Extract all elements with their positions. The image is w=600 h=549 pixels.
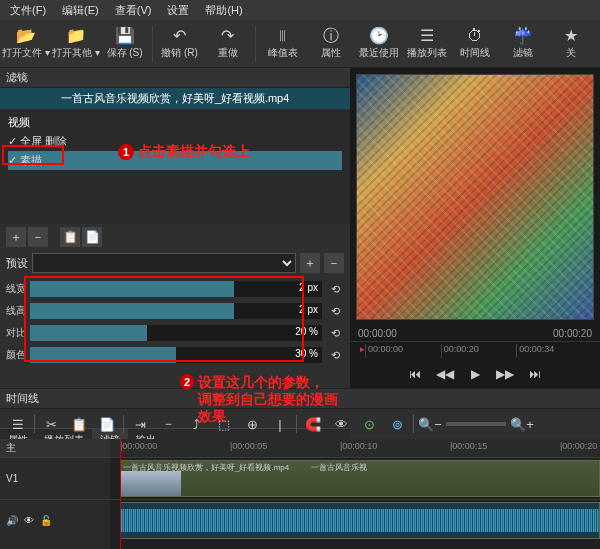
preset-label: 预设 — [6, 256, 28, 271]
properties-button[interactable]: ⓘ属性 — [308, 22, 354, 66]
cut-button[interactable]: ✂ — [39, 413, 63, 435]
save-icon: 💾 — [115, 28, 135, 44]
recent-button[interactable]: 🕑最近使用 — [356, 22, 402, 66]
preset-remove-button[interactable]: － — [324, 253, 344, 273]
annotation-1: 1 点击素描并勾选上 — [118, 143, 250, 161]
open-file-button[interactable]: 📂打开文件 ▾ — [2, 22, 50, 66]
audio-track-lane[interactable] — [110, 499, 600, 541]
add-filter-button[interactable]: ＋ — [6, 227, 26, 247]
zoom-slider[interactable] — [446, 422, 506, 426]
remove-filter-button[interactable]: － — [28, 227, 48, 247]
time-total: 00:00:20 — [553, 328, 592, 339]
menu-view[interactable]: 查看(V) — [109, 1, 158, 20]
preset-row: 预设 ＋ － — [0, 250, 350, 276]
skip-end-button[interactable]: ⏭ — [523, 364, 547, 384]
preview-scale[interactable]: ▸ 00:00:00 00:00:20 00:00:34 — [350, 341, 600, 360]
timeline-button[interactable]: ⏱时间线 — [452, 22, 498, 66]
annotation-line — [121, 460, 599, 462]
copy-filter-button[interactable]: 📋 — [60, 227, 80, 247]
scrub-button[interactable]: 👁 — [329, 413, 353, 435]
ruler-tick: |00:00:00 — [120, 441, 157, 451]
track-header-audio[interactable]: 🔊 👁 🔓 — [0, 499, 110, 541]
playhead[interactable] — [120, 439, 121, 549]
folder-icon: 📁 — [66, 28, 86, 44]
lift-button[interactable]: ⤴ — [184, 413, 208, 435]
next-frame-button[interactable]: ▶▶ — [493, 364, 517, 384]
eye-icon[interactable]: 👁 — [24, 515, 34, 526]
annotation-box-2 — [24, 276, 304, 362]
peak-meter-button[interactable]: ⫴峰值表 — [260, 22, 306, 66]
reset-icon[interactable]: ⟲ — [326, 280, 344, 298]
tick: 00:00:00 — [365, 344, 441, 358]
skip-start-button[interactable]: ⏮ — [403, 364, 427, 384]
play-button[interactable]: ▶ — [463, 364, 487, 384]
insert-button[interactable]: ⊕ — [240, 413, 264, 435]
copy-button[interactable]: 📋 — [67, 413, 91, 435]
reset-icon[interactable]: ⟲ — [326, 346, 344, 364]
video-track-lane[interactable]: 一首古风音乐视频欣赏，好美呀_好看视频.mp4 一首古风音乐视 — [110, 457, 600, 499]
video-preview[interactable] — [356, 74, 594, 320]
snap-button[interactable]: 🧲 — [301, 413, 325, 435]
param-label: 对比 — [6, 326, 26, 340]
ripple-all-button[interactable]: ⊚ — [385, 413, 409, 435]
lock-icon[interactable]: 🔓 — [40, 515, 52, 526]
menu-settings[interactable]: 设置 — [161, 1, 195, 20]
timeline-icon: ⏱ — [467, 28, 483, 44]
timeline-menu-button[interactable]: ☰ — [6, 413, 30, 435]
filter-icon: ☔ — [513, 28, 533, 44]
list-icon: ☰ — [420, 28, 434, 44]
info-icon: ⓘ — [323, 28, 339, 44]
timeline-ruler[interactable]: |00:00:00|00:00:05|00:00:10|00:00:15|00:… — [110, 439, 600, 457]
ruler-tick: |00:00:05 — [230, 441, 267, 451]
about-icon: ★ — [564, 28, 578, 44]
menu-file[interactable]: 文件(F) — [4, 1, 52, 20]
track-header-v1[interactable]: V1 — [0, 457, 110, 499]
audio-clip[interactable] — [120, 502, 600, 539]
divider — [255, 26, 256, 62]
filter-panel: 滤镜 一首古风音乐视频欣赏，好美呀_好看视频.mp4 视频 ✓ 全屏 删除 ✓ … — [0, 68, 350, 388]
main-toolbar: 📂打开文件 ▾ 📁打开其他 ▾ 💾保存 (S) ↶撤销 (R) ↷重做 ⫴峰值表… — [0, 20, 600, 68]
about-button[interactable]: ★关 — [548, 22, 594, 66]
paste-button[interactable]: 📄 — [95, 413, 119, 435]
clip-label: 一首古风音乐视频欣赏，好美呀_好看视频.mp4 一首古风音乐视 — [121, 461, 599, 474]
overwrite-button[interactable]: ⬚ — [212, 413, 236, 435]
undo-button[interactable]: ↶撤销 (R) — [157, 22, 203, 66]
ruler-tick: |00:00:15 — [450, 441, 487, 451]
ripple-button[interactable]: ⊙ — [357, 413, 381, 435]
menu-help[interactable]: 帮助(H) — [199, 1, 248, 20]
paste-filter-button[interactable]: 📄 — [82, 227, 102, 247]
redo-button[interactable]: ↷重做 — [205, 22, 251, 66]
timeline-body: 主 V1 🔊 👁 🔓 |00:00:00|00:00:05|00:00:10|0… — [0, 439, 600, 549]
video-clip[interactable]: 一首古风音乐视频欣赏，好美呀_好看视频.mp4 一首古风音乐视 — [120, 460, 600, 497]
zoom-out-button[interactable]: 🔍− — [418, 413, 442, 435]
annotation-box-1 — [2, 145, 64, 165]
track-header-master[interactable]: 主 — [0, 439, 110, 457]
remove-button[interactable]: － — [156, 413, 180, 435]
preset-select[interactable] — [32, 253, 296, 273]
preset-add-button[interactable]: ＋ — [300, 253, 320, 273]
append-button[interactable]: ⇥ — [128, 413, 152, 435]
divider — [296, 415, 297, 433]
param-label: 线宽 — [6, 282, 26, 296]
zoom-in-button[interactable]: 🔍+ — [510, 413, 534, 435]
menu-edit[interactable]: 编辑(E) — [56, 1, 105, 20]
filter-panel-title: 滤镜 — [0, 68, 350, 88]
split-button[interactable]: | — [268, 413, 292, 435]
reset-icon[interactable]: ⟲ — [326, 302, 344, 320]
ruler-tick: |00:00:20 — [560, 441, 597, 451]
filename-bar: 一首古风音乐视频欣赏，好美呀_好看视频.mp4 — [0, 88, 350, 109]
filter-button[interactable]: ☔滤镜 — [500, 22, 546, 66]
playlist-button[interactable]: ☰播放列表 — [404, 22, 450, 66]
meter-icon: ⫴ — [279, 28, 286, 44]
track-area[interactable]: |00:00:00|00:00:05|00:00:10|00:00:15|00:… — [110, 439, 600, 549]
open-other-button[interactable]: 📁打开其他 ▾ — [52, 22, 100, 66]
clip-thumbnail — [121, 471, 181, 497]
badge-1-icon: 1 — [118, 144, 134, 160]
speaker-icon[interactable]: 🔊 — [6, 515, 18, 526]
divider — [123, 415, 124, 433]
prev-frame-button[interactable]: ◀◀ — [433, 364, 457, 384]
tick: 00:00:34 — [516, 344, 592, 358]
save-button[interactable]: 💾保存 (S) — [102, 22, 148, 66]
reset-icon[interactable]: ⟲ — [326, 324, 344, 342]
divider — [34, 415, 35, 433]
